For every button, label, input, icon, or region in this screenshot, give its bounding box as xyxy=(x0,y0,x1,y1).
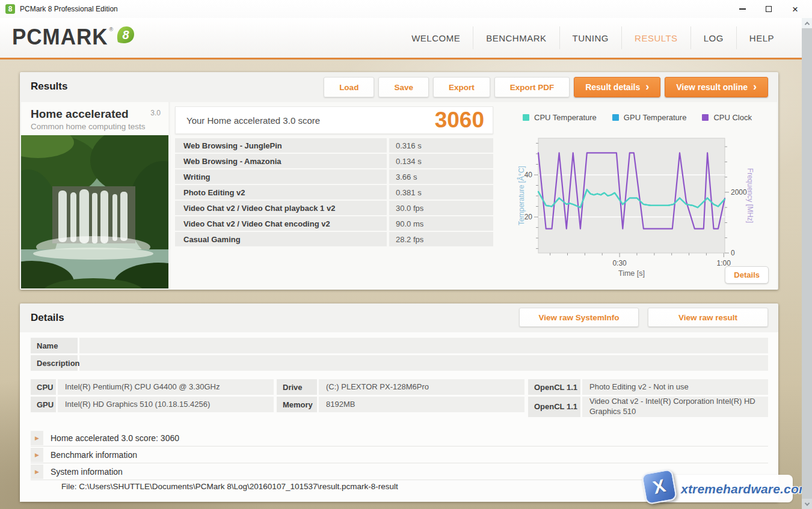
expand-arrow-icon: ▶ xyxy=(31,448,43,462)
chevron-right-icon: › xyxy=(753,81,757,92)
export-button[interactable]: Export xyxy=(433,77,490,97)
spec-value: (C:) PLEXTOR PX-128M6Pro xyxy=(319,379,524,395)
title-bar: 8 PCMark 8 Professional Edition × xyxy=(0,0,812,18)
expand-arrow-icon: ▶ xyxy=(31,431,43,445)
close-icon: × xyxy=(792,4,798,14)
nav-item-tuning[interactable]: TUNING xyxy=(560,33,622,43)
view-raw-systeminfo-button[interactable]: View raw SystemInfo xyxy=(519,308,639,327)
metric-label: Writing xyxy=(175,169,387,184)
expand-arrow-icon: ▶ xyxy=(31,465,43,479)
results-card: Results Load Save Export Export PDF Resu… xyxy=(20,72,778,290)
metric-label: Web Browsing - Amazonia xyxy=(175,154,387,168)
svg-text:Time [s]: Time [s] xyxy=(618,269,645,278)
expander-label: System information xyxy=(51,467,123,477)
expander-label: Home accelerated 3.0 score: 3060 xyxy=(51,433,179,443)
metric-value: 0.134 s xyxy=(389,154,493,168)
spec-column-cpu-gpu: CPUIntel(R) Pentium(R) CPU G4400 @ 3.30G… xyxy=(31,379,274,414)
performance-chart: 2040020000:301:00Time [s]Temperature [Â°… xyxy=(514,132,757,280)
metric-row: Video Chat v2 / Video Chat playback 1 v2… xyxy=(175,201,493,215)
metric-value: 28.2 fps xyxy=(389,232,493,246)
waterfall-image xyxy=(21,135,168,288)
chart-legend: CPU TemperatureGPU TemperatureCPU Clock xyxy=(497,113,777,122)
score-panel: Your Home accelerated 3.0 score 3060 Web… xyxy=(170,102,497,290)
score-value: 3060 xyxy=(435,108,484,133)
registered-mark: ® xyxy=(109,26,114,32)
legend-label: CPU Clock xyxy=(713,113,752,122)
results-title: Results xyxy=(31,81,67,93)
results-toolbar: Load Save Export Export PDF Result detai… xyxy=(324,77,768,97)
meta-rows: NameDescription xyxy=(31,338,768,373)
spec-value: 8192MB xyxy=(319,397,524,412)
metric-value: 0.316 s xyxy=(389,138,493,153)
nav-item-help[interactable]: HELP xyxy=(737,33,787,43)
scroll-up-button[interactable] xyxy=(802,18,812,28)
meta-value[interactable] xyxy=(79,338,768,353)
legend-item: CPU Clock xyxy=(702,113,752,122)
result-details-label: Result details xyxy=(585,82,640,92)
metric-row: Video Chat v2 / Video Chat encoding v290… xyxy=(175,216,493,231)
close-button[interactable]: × xyxy=(782,0,808,18)
test-info-panel: Home accelerated 3.0 Common home computi… xyxy=(21,102,168,288)
spec-row: Drive(C:) PLEXTOR PX-128M6Pro xyxy=(277,379,524,395)
app-header: PCMARK ® 8 WELCOMEBENCHMARKTUNINGRESULTS… xyxy=(0,18,812,59)
monitoring-panel: CPU TemperatureGPU TemperatureCPU Clock … xyxy=(497,102,777,290)
metric-value: 0.381 s xyxy=(389,185,493,200)
watermark-text: xtremehardware.com xyxy=(681,482,810,496)
metric-value: 30.0 fps xyxy=(389,201,493,215)
view-result-online-label: View result online xyxy=(676,82,748,92)
meta-label: Name xyxy=(31,338,78,353)
test-name: Home accelerated xyxy=(31,108,129,121)
view-raw-result-button[interactable]: View raw result xyxy=(648,308,768,327)
meta-row: Description xyxy=(31,355,768,371)
metric-label: Photo Editing v2 xyxy=(175,185,387,200)
nav-item-log[interactable]: LOG xyxy=(691,33,736,43)
save-button[interactable]: Save xyxy=(378,77,429,97)
legend-label: GPU Temperature xyxy=(624,113,687,122)
svg-text:2000: 2000 xyxy=(731,188,747,197)
metric-row: Web Browsing - Amazonia0.134 s xyxy=(175,154,493,168)
spec-row: Memory8192MB xyxy=(277,397,524,412)
expander-row[interactable]: ▶Home accelerated 3.0 score: 3060 xyxy=(31,430,768,447)
chevron-up-icon xyxy=(804,22,809,26)
svg-text:Temperature [Â°C]: Temperature [Â°C] xyxy=(517,166,526,225)
svg-text:0: 0 xyxy=(731,249,735,257)
minimize-button[interactable] xyxy=(729,0,755,18)
nav-item-results[interactable]: RESULTS xyxy=(622,33,691,43)
test-head: Home accelerated 3.0 Common home computi… xyxy=(21,102,168,135)
view-result-online-button[interactable]: View result online › xyxy=(665,77,768,97)
spec-label: Memory xyxy=(277,397,317,412)
spec-column-drive-memory: Drive(C:) PLEXTOR PX-128M6ProMemory8192M… xyxy=(277,379,524,414)
maximize-button[interactable] xyxy=(755,0,782,18)
chart-details-button[interactable]: Details xyxy=(725,266,769,284)
pcmark-logo-text: PCMARK xyxy=(12,25,108,50)
spec-row: OpenCL 1.1Video Chat v2 - Intel(R) Corpo… xyxy=(528,397,768,417)
watermark-x-icon: X xyxy=(651,475,668,498)
metric-value: 90.0 ms xyxy=(389,216,493,231)
pcmark-leaf-icon: 8 xyxy=(114,24,136,48)
scroll-down-button[interactable] xyxy=(802,499,812,509)
vertical-scrollbar[interactable] xyxy=(802,18,812,509)
legend-label: CPU Temperature xyxy=(534,113,597,122)
load-button[interactable]: Load xyxy=(324,77,374,97)
legend-item: GPU Temperature xyxy=(612,113,687,122)
svg-text:8: 8 xyxy=(123,28,130,41)
spec-label: GPU xyxy=(31,397,56,412)
test-version: 3.0 xyxy=(150,109,161,117)
metric-row: Web Browsing - JunglePin0.316 s xyxy=(175,138,493,153)
spec-row: CPUIntel(R) Pentium(R) CPU G4400 @ 3.30G… xyxy=(31,379,274,395)
spec-label: Drive xyxy=(277,379,317,395)
nav-item-benchmark[interactable]: BENCHMARK xyxy=(473,33,559,43)
chevron-down-icon xyxy=(804,501,809,505)
app-icon: 8 xyxy=(5,4,15,14)
meta-value[interactable] xyxy=(79,355,768,371)
details-toolbar: View raw SystemInfo View raw result xyxy=(519,308,768,327)
expander-row[interactable]: ▶Benchmark information xyxy=(31,447,768,463)
main-nav: WELCOMEBENCHMARKTUNINGRESULTSLOGHELP xyxy=(399,18,787,58)
spec-value: Photo Editing v2 - Not in use xyxy=(582,379,768,395)
nav-item-welcome[interactable]: WELCOME xyxy=(399,33,473,43)
spec-row: OpenCL 1.1Photo Editing v2 - Not in use xyxy=(528,379,768,395)
spec-label: OpenCL 1.1 xyxy=(528,379,580,395)
export-pdf-button[interactable]: Export PDF xyxy=(494,77,570,97)
result-details-button[interactable]: Result details › xyxy=(574,77,660,97)
spec-label: CPU xyxy=(31,379,56,395)
